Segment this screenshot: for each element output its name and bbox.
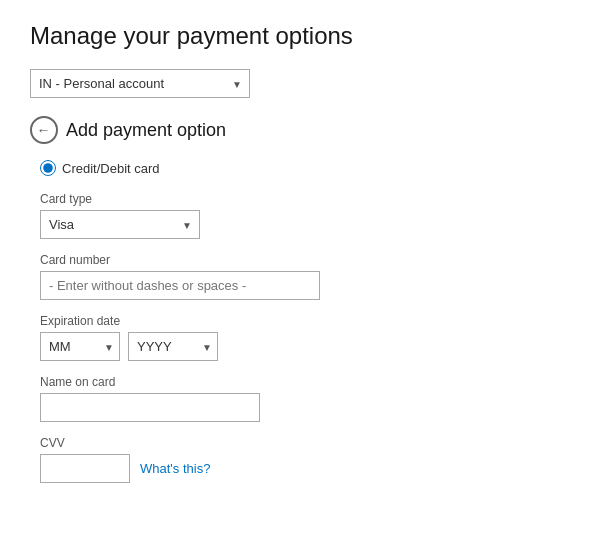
card-number-input[interactable] [40,271,320,300]
card-type-select-wrapper: Visa Mastercard American Express Discove… [40,210,200,239]
card-type-group: Card type Visa Mastercard American Expre… [40,192,570,239]
credit-debit-radio[interactable] [40,160,56,176]
month-select-wrapper: MM 01 02 03 04 05 06 07 08 09 10 11 12 [40,332,120,361]
payment-form: Credit/Debit card Card type Visa Masterc… [30,160,570,483]
card-type-label: Card type [40,192,570,206]
expiration-row: MM 01 02 03 04 05 06 07 08 09 10 11 12 [40,332,570,361]
cvv-input[interactable] [40,454,130,483]
back-arrow-icon: ← [37,123,51,137]
add-payment-row: ← Add payment option [30,116,570,144]
cvv-label: CVV [40,436,570,450]
expiration-year-select[interactable]: YYYY 2024 2025 2026 2027 2028 2029 2030 [128,332,218,361]
name-on-card-label: Name on card [40,375,570,389]
card-number-group: Card number [40,253,570,300]
whats-this-link[interactable]: What's this? [140,461,210,476]
cvv-group: CVV What's this? [40,436,570,483]
expiration-month-select[interactable]: MM 01 02 03 04 05 06 07 08 09 10 11 12 [40,332,120,361]
card-number-label: Card number [40,253,570,267]
account-select[interactable]: IN - Personal account [30,69,250,98]
credit-debit-label: Credit/Debit card [62,161,160,176]
card-type-select[interactable]: Visa Mastercard American Express Discove… [40,210,200,239]
name-on-card-input[interactable] [40,393,260,422]
payment-method-row: Credit/Debit card [40,160,570,176]
account-selector-row: IN - Personal account [30,69,570,98]
add-payment-label: Add payment option [66,120,226,141]
name-on-card-group: Name on card [40,375,570,422]
cvv-row: What's this? [40,454,570,483]
account-select-wrapper: IN - Personal account [30,69,250,98]
expiration-label: Expiration date [40,314,570,328]
expiration-group: Expiration date MM 01 02 03 04 05 06 07 … [40,314,570,361]
page-title: Manage your payment options [30,20,570,51]
year-select-wrapper: YYYY 2024 2025 2026 2027 2028 2029 2030 [128,332,218,361]
back-button[interactable]: ← [30,116,58,144]
